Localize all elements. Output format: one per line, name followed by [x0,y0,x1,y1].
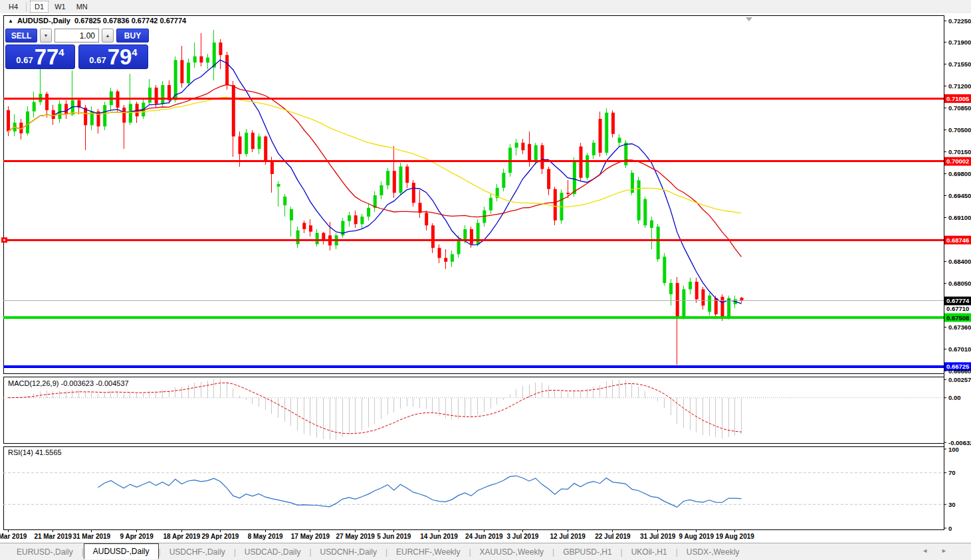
svg-text:5 Jun 2019: 5 Jun 2019 [377,533,411,540]
sell-price-small: 0.67 [16,55,33,65]
svg-text:0.69450: 0.69450 [948,192,971,199]
svg-text:0.70850: 0.70850 [948,104,971,112]
svg-text:27 May 2019: 27 May 2019 [336,533,376,540]
svg-text:30: 30 [948,501,956,508]
svg-text:RSI(14) 41.5565: RSI(14) 41.5565 [8,448,62,456]
timeframe-button-w1[interactable]: W1 [50,1,70,13]
tab-usdx-weekly[interactable]: USDX-,Weekly [678,545,748,559]
svg-text:0.70002: 0.70002 [946,157,969,165]
tab-gbpusd-h1[interactable]: GBPUSD-,H1 [554,545,620,559]
chart-ohlc-values: 0.67825 0.67836 0.67742 0.67774 [74,17,186,25]
svg-text:3 Jul 2019: 3 Jul 2019 [506,533,538,540]
chart-canvas[interactable]: 0.710050.700020.687460.675080.667250.677… [0,13,971,543]
volume-input[interactable]: 1.00 [54,29,99,43]
svg-text:0.71900: 0.71900 [948,39,971,46]
svg-text:0.68050: 0.68050 [948,280,971,287]
svg-text:0.69800: 0.69800 [948,170,971,177]
buy-price-button[interactable]: 0.67 79 4 [78,45,148,69]
svg-text:0.71005: 0.71005 [946,95,970,102]
svg-text:12 Mar 2019: 12 Mar 2019 [0,533,27,540]
svg-text:0.67010: 0.67010 [948,345,971,353]
svg-text:8 May 2019: 8 May 2019 [248,533,283,540]
tab-scroll-arrows: ◄ ► [922,547,947,554]
svg-text:0.71200: 0.71200 [948,82,971,90]
volume-decrease-button[interactable]: ▼ [40,29,52,43]
svg-text:0.72250: 0.72250 [948,17,971,25]
toolbar-separator [26,2,27,12]
svg-text:0.66660: 0.66660 [948,367,971,375]
timeframe-button-mn[interactable]: MN [72,1,92,13]
svg-text:21 Mar 2019: 21 Mar 2019 [34,533,72,540]
spin-up-icon: ▲ [106,33,110,38]
buy-price-sup: 4 [132,47,137,58]
svg-text:0.68746: 0.68746 [946,236,969,244]
svg-text:14 Jun 2019: 14 Jun 2019 [420,533,458,540]
svg-text:0.00: 0.00 [948,394,961,401]
svg-text:0.67360: 0.67360 [948,324,971,331]
svg-text:0.68400: 0.68400 [948,258,971,265]
sell-button[interactable]: SELL [5,29,37,43]
timeframe-button-h4[interactable]: H4 [4,1,23,13]
sell-price-big: 77 [35,47,59,67]
svg-text:9 Apr 2019: 9 Apr 2019 [120,533,154,540]
buy-price-small: 0.67 [89,55,106,65]
tab-usdchf-daily[interactable]: USDCHF-,Daily [161,545,234,559]
svg-text:9 Aug 2019: 9 Aug 2019 [679,533,714,540]
buy-button[interactable]: BUY [116,29,149,43]
svg-text:100: 100 [948,446,959,453]
collapse-icon[interactable]: ▲ [8,18,13,24]
sell-price-sup: 4 [58,47,64,58]
svg-text:29 Apr 2019: 29 Apr 2019 [202,533,239,540]
tab-xauusd-weekly[interactable]: XAUUSD-,Weekly [471,545,552,559]
timeframe-toolbar: H4D1W1MN [0,0,971,13]
symbol-tab-bar: EURUSD-,Daily|AUDUSD-,Daily|USDCHF-,Dail… [0,543,971,560]
svg-text:24 Jun 2019: 24 Jun 2019 [465,533,503,540]
svg-text:22 Jul 2019: 22 Jul 2019 [595,533,631,540]
tab-audusd-daily[interactable]: AUDUSD-,Daily [84,543,159,559]
svg-text:0.67774: 0.67774 [946,297,970,304]
chart-symbol-label: AUDUSD-,Daily [17,17,70,25]
svg-text:0.71550: 0.71550 [948,60,971,68]
svg-text:18 Apr 2019: 18 Apr 2019 [163,533,200,540]
svg-text:0.69100: 0.69100 [948,214,971,221]
scroll-right-icon[interactable]: ► [941,547,947,554]
timeframe-button-d1[interactable]: D1 [30,1,49,13]
chart-background [0,13,971,543]
scroll-left-icon[interactable]: ◄ [922,547,928,554]
tab-usdcnh-daily[interactable]: USDCNH-,Daily [312,545,385,559]
volume-increase-button[interactable]: ▲ [102,29,114,43]
spin-down-icon: ▼ [44,33,49,38]
one-click-trade-panel: SELL ▼ 1.00 ▲ BUY 0.67 77 4 0.67 79 4 [5,29,149,69]
svg-text:31 Jul 2019: 31 Jul 2019 [640,533,676,540]
svg-text:MACD(12,26,9) -0.003623 -0.004: MACD(12,26,9) -0.003623 -0.004537 [8,379,129,387]
svg-text:17 May 2019: 17 May 2019 [291,533,330,540]
svg-text:70: 70 [948,469,956,476]
sell-price-button[interactable]: 0.67 77 4 [5,45,75,69]
buy-price-big: 79 [108,47,132,67]
tab-ukoil-h1[interactable]: UKOil-,H1 [623,545,676,559]
svg-text:31 Mar 2019: 31 Mar 2019 [72,533,110,540]
tab-eurusd-daily[interactable]: EURUSD-,Daily [8,545,82,559]
tab-usdcad-daily[interactable]: USDCAD-,Daily [236,545,310,559]
svg-text:0.67508: 0.67508 [946,314,969,322]
svg-text:0.67710: 0.67710 [946,305,969,312]
svg-text:0: 0 [948,525,952,532]
tab-eurchf-weekly[interactable]: EURCHF-,Weekly [387,545,469,559]
chart-title: ▲ AUDUSD-,Daily 0.67825 0.67836 0.67742 … [8,17,186,25]
svg-text:19 Aug 2019: 19 Aug 2019 [716,533,754,540]
svg-text:12 Jul 2019: 12 Jul 2019 [550,533,586,540]
svg-text:0.70150: 0.70150 [948,148,971,155]
svg-text:0.70500: 0.70500 [948,126,971,134]
svg-text:0.002574: 0.002574 [948,376,971,383]
